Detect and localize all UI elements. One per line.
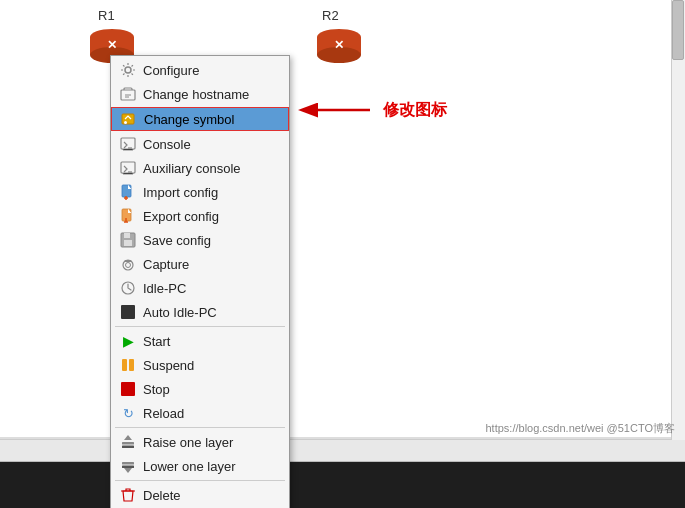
auto-idle-pc-icon (119, 303, 137, 321)
idle-pc-label: Idle-PC (143, 281, 186, 296)
menu-item-auxiliary-console[interactable]: Auxiliary console (111, 156, 289, 180)
canvas-area: R1 ✕ R2 ✕ 修改 (0, 0, 685, 440)
panel-bar (0, 440, 685, 462)
configure-label: Configure (143, 63, 199, 78)
auxiliary-console-label: Auxiliary console (143, 161, 241, 176)
import-config-icon (119, 183, 137, 201)
console-label: Console (143, 137, 191, 152)
svg-rect-25 (122, 359, 127, 371)
menu-item-idle-pc[interactable]: Idle-PC (111, 276, 289, 300)
svg-rect-19 (124, 233, 130, 238)
separator-3 (115, 480, 285, 481)
separator-2 (115, 427, 285, 428)
reload-icon: ↻ (119, 404, 137, 422)
svg-point-10 (125, 67, 131, 73)
menu-item-reload[interactable]: ↻ Reload (111, 401, 289, 425)
suspend-icon (119, 356, 137, 374)
router-r1-label: R1 (98, 8, 115, 23)
router-r2-icon[interactable]: ✕ (312, 25, 367, 73)
delete-icon (119, 486, 137, 504)
start-label: Start (143, 334, 170, 349)
menu-item-suspend[interactable]: Suspend (111, 353, 289, 377)
svg-rect-27 (121, 382, 135, 396)
watermark: https://blog.csdn.net/wei @51CTO博客 (486, 421, 676, 436)
console-icon (119, 135, 137, 153)
change-symbol-icon (120, 110, 138, 128)
save-config-icon (119, 231, 137, 249)
vertical-scrollbar[interactable] (671, 0, 685, 440)
menu-item-capture[interactable]: Capture (111, 252, 289, 276)
svg-rect-28 (122, 442, 134, 445)
canvas-divider (0, 437, 671, 439)
lower-layer-icon (119, 457, 137, 475)
context-menu: Configure Change hostname Change symbol … (110, 55, 290, 508)
svg-rect-26 (129, 359, 134, 371)
save-config-label: Save config (143, 233, 211, 248)
menu-item-raise-one-layer[interactable]: Raise one layer (111, 430, 289, 454)
svg-point-13 (124, 121, 127, 124)
separator-1 (115, 326, 285, 327)
auxiliary-console-icon (119, 159, 137, 177)
menu-item-console[interactable]: Console (111, 132, 289, 156)
stop-label: Stop (143, 382, 170, 397)
change-hostname-label: Change hostname (143, 87, 249, 102)
menu-item-change-hostname[interactable]: Change hostname (111, 82, 289, 106)
menu-item-lower-one-layer[interactable]: Lower one layer (111, 454, 289, 478)
configure-icon (119, 61, 137, 79)
menu-item-configure[interactable]: Configure (111, 58, 289, 82)
idle-pc-icon (119, 279, 137, 297)
raise-layer-icon (119, 433, 137, 451)
lower-one-layer-label: Lower one layer (143, 459, 236, 474)
menu-item-auto-idle-pc[interactable]: Auto Idle-PC (111, 300, 289, 324)
svg-rect-15 (121, 162, 135, 173)
router-r2-label: R2 (322, 8, 339, 23)
svg-point-22 (126, 263, 131, 268)
raise-one-layer-label: Raise one layer (143, 435, 233, 450)
start-icon: ▶ (119, 332, 137, 350)
import-config-label: Import config (143, 185, 218, 200)
menu-item-stop[interactable]: Stop (111, 377, 289, 401)
menu-item-delete[interactable]: Delete (111, 483, 289, 507)
change-symbol-label: Change symbol (144, 112, 234, 127)
annotation-arrow-svg (295, 98, 375, 122)
svg-rect-24 (121, 305, 135, 319)
menu-item-save-config[interactable]: Save config (111, 228, 289, 252)
scrollbar-thumb[interactable] (672, 0, 684, 60)
svg-rect-30 (122, 462, 134, 465)
svg-rect-20 (124, 240, 132, 246)
export-config-icon (119, 207, 137, 225)
suspend-label: Suspend (143, 358, 194, 373)
export-config-label: Export config (143, 209, 219, 224)
capture-label: Capture (143, 257, 189, 272)
annotation-text: 修改图标 (383, 100, 447, 121)
annotation-container: 修改图标 (295, 98, 447, 122)
svg-rect-31 (122, 466, 134, 469)
delete-label: Delete (143, 488, 181, 503)
menu-item-export-config[interactable]: Export config (111, 204, 289, 228)
svg-rect-14 (121, 138, 135, 149)
menu-item-import-config[interactable]: Import config (111, 180, 289, 204)
svg-text:✕: ✕ (334, 38, 344, 52)
menu-item-start[interactable]: ▶ Start (111, 329, 289, 353)
capture-icon (119, 255, 137, 273)
change-hostname-icon (119, 85, 137, 103)
auto-idle-pc-label: Auto Idle-PC (143, 305, 217, 320)
svg-text:✕: ✕ (107, 38, 117, 52)
stop-icon (119, 380, 137, 398)
reload-label: Reload (143, 406, 184, 421)
svg-rect-29 (122, 446, 134, 449)
svg-rect-16 (122, 185, 131, 197)
menu-item-change-symbol[interactable]: Change symbol (111, 107, 289, 131)
